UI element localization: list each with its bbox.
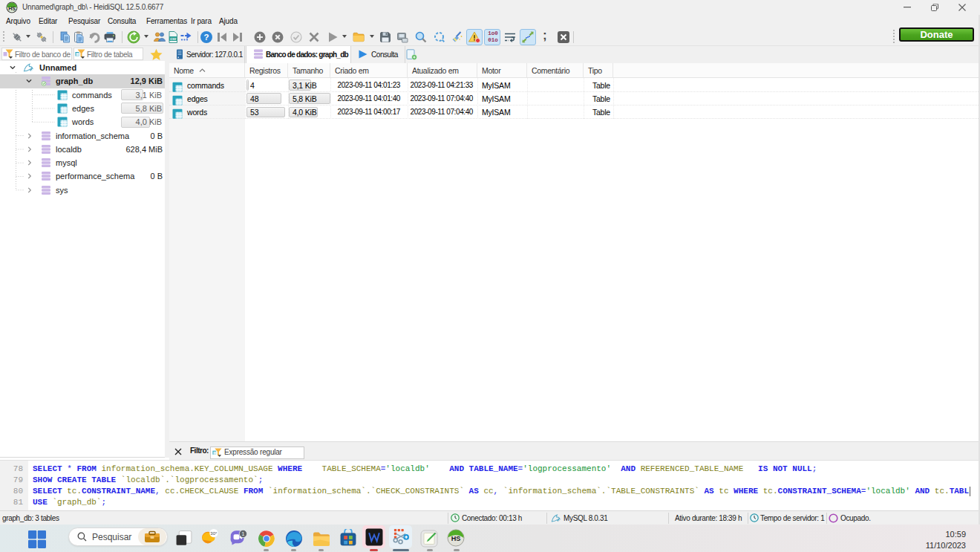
svg-text:HS: HS <box>451 535 461 542</box>
svg-text:1: 1 <box>242 531 245 536</box>
svg-text:?: ? <box>203 33 209 42</box>
svg-text:csv: csv <box>170 37 176 41</box>
svg-text:HS: HS <box>8 6 16 11</box>
svg-text:30°: 30° <box>210 531 218 536</box>
